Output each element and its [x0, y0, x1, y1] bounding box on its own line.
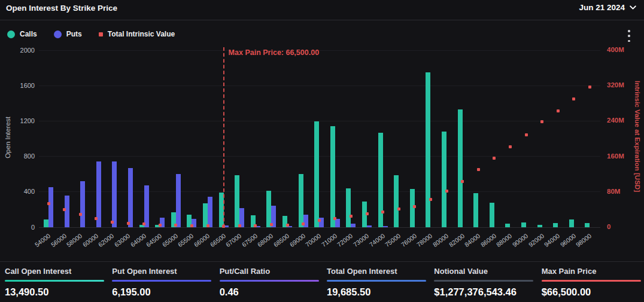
calls-bar[interactable] [490, 203, 494, 227]
legend-circle-icon [7, 30, 15, 38]
intrinsic-value-dot[interactable] [142, 222, 145, 225]
calls-bar[interactable] [330, 126, 335, 227]
intrinsic-value-dot[interactable] [302, 222, 305, 225]
panel-header: Open Interest By Strike Price Jun 21 202… [0, 0, 644, 20]
intrinsic-value-dot[interactable] [254, 224, 257, 227]
intrinsic-value-dot[interactable] [557, 109, 560, 112]
calls-bar[interactable] [537, 225, 542, 227]
puts-bar[interactable] [208, 197, 212, 227]
summary-label: Put Open Interest [112, 267, 211, 276]
right-axis-tick: 320M [607, 81, 624, 89]
summary-cell-put-call-ratio: Put/Call Ratio0.46 [220, 267, 319, 298]
puts-bar[interactable] [367, 225, 372, 227]
intrinsic-value-dot[interactable] [238, 224, 241, 227]
intrinsic-value-dot[interactable] [95, 217, 98, 220]
summary-cell-max-pain-price: Max Pain Price$66,500.00 [542, 267, 641, 298]
summary-value: 0.46 [220, 286, 319, 298]
calls-bar[interactable] [299, 174, 303, 227]
intrinsic-value-dot[interactable] [429, 198, 432, 201]
left-axis-tick: 0 [7, 224, 35, 231]
intrinsic-value-dot[interactable] [381, 211, 384, 213]
intrinsic-value-dot[interactable] [174, 224, 177, 227]
left-axis-tick: 1200 [7, 117, 35, 124]
intrinsic-value-dot[interactable] [111, 221, 114, 224]
gridline [39, 50, 600, 51]
intrinsic-value-dot[interactable] [493, 157, 496, 160]
intrinsic-value-dot[interactable] [397, 208, 400, 211]
right-axis-tick: 240M [607, 117, 624, 124]
calls-bar[interactable] [139, 225, 144, 227]
right-axis-tick: 80M [607, 188, 620, 195]
summary-cell-notional-value: Notional Value$1,277,376,543.46 [434, 267, 533, 298]
intrinsic-value-dot[interactable] [333, 217, 336, 220]
calls-bar[interactable] [569, 219, 574, 227]
legend-circle-icon [54, 30, 62, 38]
calls-bar[interactable] [44, 219, 48, 227]
calls-bar[interactable] [473, 193, 478, 227]
legend-item-calls[interactable]: Calls [7, 30, 37, 38]
calls-bar[interactable] [203, 203, 208, 227]
puts-bar[interactable] [335, 219, 340, 227]
summary-value: 19,685.50 [327, 286, 426, 298]
summary-bar: Call Open Interest13,490.50Put Open Inte… [0, 261, 644, 302]
calls-bar[interactable] [426, 72, 430, 227]
intrinsic-value-dot[interactable] [270, 223, 273, 226]
intrinsic-value-dot[interactable] [366, 212, 369, 215]
intrinsic-value-dot[interactable] [588, 86, 591, 89]
summary-cell-put-open-interest: Put Open Interest6,195.00 [112, 267, 211, 298]
puts-bar[interactable] [112, 161, 117, 227]
intrinsic-value-dot[interactable] [572, 97, 575, 100]
intrinsic-value-dot[interactable] [127, 222, 130, 225]
calls-bar[interactable] [266, 191, 271, 227]
puts-bar[interactable] [80, 181, 85, 227]
calls-bar[interactable] [521, 222, 526, 227]
puts-bar[interactable] [176, 174, 181, 227]
summary-accent-line [327, 280, 426, 282]
calls-bar[interactable] [442, 132, 446, 227]
calls-bar[interactable] [585, 223, 590, 227]
intrinsic-value-dot[interactable] [47, 202, 50, 205]
intrinsic-value-dot[interactable] [79, 213, 82, 216]
intrinsic-value-dot[interactable] [461, 180, 464, 183]
intrinsic-value-dot[interactable] [350, 215, 353, 218]
intrinsic-value-dot[interactable] [445, 190, 448, 193]
expiry-date-selector[interactable]: Jun 21 2024 [579, 3, 637, 12]
puts-bar[interactable] [144, 185, 149, 227]
intrinsic-value-dot[interactable] [525, 133, 528, 136]
summary-label: Max Pain Price [542, 267, 641, 276]
calls-bar[interactable] [553, 223, 558, 227]
legend-item-puts[interactable]: Puts [54, 30, 82, 38]
legend-square-icon [99, 32, 103, 36]
calls-bar[interactable] [410, 189, 415, 227]
puts-bar[interactable] [351, 224, 356, 227]
chart-menu-button[interactable] [625, 30, 633, 42]
calls-bar[interactable] [314, 121, 319, 227]
calls-bar[interactable] [235, 175, 239, 227]
intrinsic-value-dot[interactable] [318, 219, 321, 222]
intrinsic-value-dot[interactable] [286, 224, 289, 227]
summary-cell-call-open-interest: Call Open Interest13,490.50 [5, 267, 104, 298]
intrinsic-value-dot[interactable] [190, 224, 193, 227]
calls-bar[interactable] [505, 224, 510, 227]
intrinsic-value-dot[interactable] [159, 224, 162, 227]
right-axis-tick: 0 [607, 223, 610, 230]
legend-item-total-intrinsic-value[interactable]: Total Intrinsic Value [99, 30, 175, 38]
intrinsic-value-dot[interactable] [206, 224, 209, 227]
puts-bar[interactable] [65, 196, 69, 227]
intrinsic-value-dot[interactable] [413, 205, 416, 208]
left-axis-tick: 400 [7, 188, 35, 195]
intrinsic-value-dot[interactable] [540, 120, 543, 123]
expiry-date-label: Jun 21 2024 [579, 3, 625, 12]
intrinsic-value-dot[interactable] [477, 168, 480, 171]
puts-bar[interactable] [48, 187, 53, 227]
calls-bar[interactable] [346, 188, 351, 227]
calls-bar[interactable] [394, 175, 399, 227]
summary-label: Notional Value [434, 267, 533, 276]
intrinsic-value-dot[interactable] [63, 208, 66, 211]
puts-bar[interactable] [128, 168, 133, 227]
puts-bar[interactable] [383, 226, 388, 227]
summary-label: Put/Call Ratio [220, 267, 319, 276]
summary-value: 6,195.00 [112, 286, 211, 298]
intrinsic-value-dot[interactable] [509, 145, 512, 148]
calls-bar[interactable] [458, 109, 463, 227]
